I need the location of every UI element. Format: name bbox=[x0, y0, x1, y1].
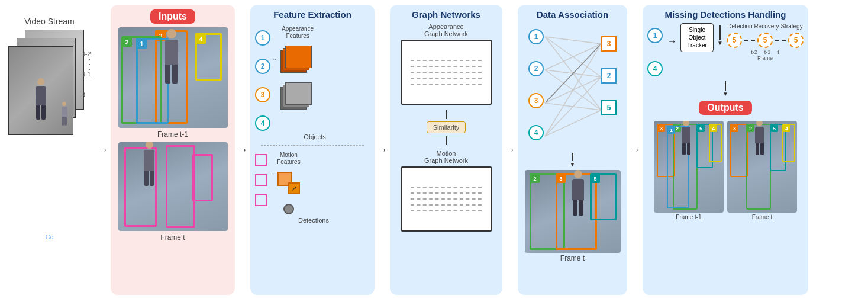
recovery-frame-labels: t-2 t-1 t bbox=[751, 49, 779, 55]
objects-label: Objects bbox=[299, 133, 325, 140]
assoc-frame-label: Frame t bbox=[560, 254, 585, 262]
motion-graph-box bbox=[401, 166, 492, 232]
missing-top-section: 1 4 → Single Object Tracker ▼ Detection … bbox=[647, 23, 804, 76]
frame-parent-label: Frame bbox=[757, 55, 773, 61]
assoc-bbox-label-2: 2 bbox=[531, 174, 540, 183]
graph-networks-title: Graph Networks bbox=[412, 9, 480, 20]
recovery-frame-t2: t-2 bbox=[751, 49, 757, 55]
missing-arrow-1: → bbox=[666, 36, 677, 47]
out2-bbox-label-4: 4 bbox=[783, 124, 790, 132]
output-arrow-down: ▼ bbox=[722, 81, 728, 97]
assoc-network: 1 2 3 4 3 2 5 bbox=[524, 23, 621, 150]
arrow-up-1 bbox=[446, 136, 447, 145]
out-bbox-label-4: 4 bbox=[709, 124, 717, 132]
frame-time-labels: t-2 t-1 t bbox=[83, 50, 91, 98]
svg-line-9 bbox=[545, 44, 601, 136]
mdline-2 bbox=[411, 192, 482, 194]
arrow-right-icon-2: → bbox=[237, 144, 248, 156]
dline-5 bbox=[411, 84, 482, 85]
missing-left-nodes: 1 4 bbox=[647, 23, 663, 76]
video-frame-front bbox=[8, 46, 73, 135]
similarity-section: Similarity bbox=[427, 110, 466, 145]
frame-dots: ··· bbox=[84, 58, 95, 73]
mdline-1 bbox=[411, 187, 482, 188]
out-arrow-line bbox=[725, 81, 726, 91]
stack-layer-1 bbox=[285, 46, 312, 68]
arrow-right-icon-4: → bbox=[505, 144, 515, 156]
inputs-panel: Inputs 3 2 1 4 bbox=[111, 5, 235, 295]
gray-stack-layer-1 bbox=[285, 82, 312, 105]
orange-stack bbox=[280, 46, 315, 75]
motion-graph-label: MotionGraph Network bbox=[424, 150, 468, 164]
recovery-node-5-3: 5 bbox=[788, 33, 804, 48]
feat-divider bbox=[261, 145, 364, 146]
feature-extraction-panel: Feature Extraction 1 2 3 4 ... Appearanc… bbox=[250, 5, 375, 295]
appearance-dashed-lines bbox=[411, 60, 482, 85]
output-frame-t1-section: 3 2 1 5 4 bbox=[654, 121, 724, 220]
arrow-to-features: → bbox=[237, 5, 248, 295]
bbox-magenta-2 bbox=[166, 145, 195, 228]
assoc-output-frame: 2 3 5 bbox=[525, 170, 621, 253]
node-1: 1 bbox=[255, 30, 270, 46]
feat-dots-2: ... bbox=[269, 152, 275, 175]
vert-arrow-1 bbox=[719, 25, 721, 40]
node-4: 4 bbox=[255, 115, 270, 131]
arrow-down-tip: ▼ bbox=[570, 161, 576, 168]
motion-arrow-icon: ↗ bbox=[288, 182, 300, 194]
vert-arrow-tip: ▼ bbox=[717, 40, 723, 46]
arrow-to-missing: → bbox=[630, 5, 640, 295]
outputs-title: Outputs bbox=[699, 101, 751, 115]
single-object-tracker-box: Single Object Tracker bbox=[680, 23, 714, 52]
arrow-to-graph: → bbox=[377, 5, 388, 295]
object-nodes: 1 2 3 4 bbox=[255, 25, 270, 131]
data-association-title: Data Association bbox=[537, 9, 608, 20]
missing-node-1: 1 bbox=[647, 28, 663, 43]
svg-line-6 bbox=[545, 44, 601, 103]
missing-node-4: 4 bbox=[647, 61, 663, 76]
feature-layout-top: 1 2 3 4 ... AppearanceFeatures bbox=[255, 25, 370, 131]
mdline-3 bbox=[411, 198, 482, 200]
cc-label: Cc bbox=[46, 233, 53, 240]
out-arrow-tip: ▼ bbox=[722, 91, 728, 97]
bbox-label-4: 4 bbox=[196, 34, 206, 44]
motion-icon: ↗ bbox=[277, 172, 300, 194]
recovery-strategy-section: Detection Recovery Strategy 5 5 5 t-2 t-… bbox=[727, 23, 804, 61]
motion-feature-stacks: MotionFeatures ↗ bbox=[277, 152, 300, 214]
frame-t-image bbox=[118, 142, 228, 231]
detection-sq-1 bbox=[255, 154, 267, 166]
appearance-features-label: AppearanceFeatures bbox=[282, 25, 314, 40]
mdline-4 bbox=[411, 204, 482, 206]
motion-dashed-lines bbox=[411, 187, 482, 211]
video-stream-label: Video Stream bbox=[24, 17, 75, 26]
dashed-h-2 bbox=[775, 40, 786, 41]
recovery-node-5-1: 5 bbox=[727, 33, 742, 48]
output-frame-t: 3 2 5 4 bbox=[727, 121, 797, 213]
arrow-right-icon-miss: → bbox=[667, 36, 677, 47]
out2-bbox-1: 3 bbox=[730, 124, 748, 177]
arrow-right-icon: → bbox=[98, 144, 108, 156]
dline-1 bbox=[411, 60, 482, 61]
output-frames: 3 2 1 5 4 bbox=[654, 121, 797, 220]
out-bbox-label-3: 3 bbox=[657, 124, 665, 132]
recovery-nodes-row: 5 5 5 bbox=[727, 33, 804, 48]
bbox-label-1: 1 bbox=[137, 39, 147, 49]
frame-t-label: Frame t bbox=[160, 233, 185, 242]
svg-line-10 bbox=[545, 77, 601, 136]
out-bbox-5: 4 bbox=[709, 124, 722, 162]
missing-detections-panel: Missing Detections Handling 1 4 → Single… bbox=[643, 5, 808, 295]
recovery-node-5-2: 5 bbox=[757, 33, 773, 48]
mdline-5 bbox=[411, 210, 482, 211]
appearance-graph-label: AppearanceGraph Network bbox=[424, 23, 468, 37]
arrow-down-1 bbox=[446, 110, 447, 119]
missing-arrows-vertical: ▼ bbox=[717, 25, 723, 46]
arrow-down-assoc bbox=[572, 153, 573, 161]
detection-sq-2 bbox=[255, 174, 267, 186]
frame-t2-label: t-2 bbox=[83, 50, 91, 57]
assoc-arrow-down: ▼ bbox=[570, 153, 576, 168]
frame-t-label: t bbox=[83, 91, 91, 98]
output-frame-t1-label: Frame t-1 bbox=[676, 214, 701, 220]
data-association-panel: Data Association 1 2 3 4 3 2 5 bbox=[518, 5, 627, 295]
appearance-graph-box bbox=[401, 40, 492, 105]
recovery-strategy-label: Detection Recovery Strategy bbox=[727, 23, 802, 30]
missing-detections-title: Missing Detections Handling bbox=[664, 9, 786, 20]
